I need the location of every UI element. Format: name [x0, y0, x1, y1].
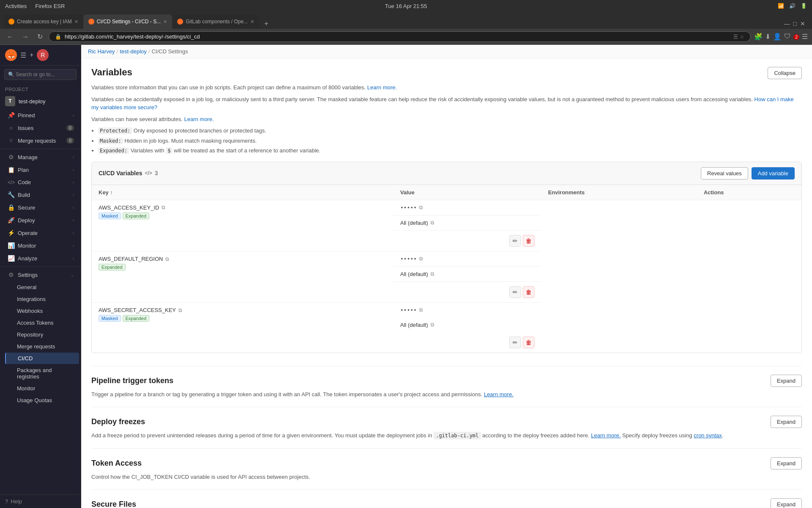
activities-label[interactable]: Activities: [5, 3, 27, 9]
sidebar-item-packages[interactable]: Packages and registries: [5, 364, 79, 382]
deploy-freezes-expand-button[interactable]: Expand: [771, 416, 802, 428]
sidebar-item-repository[interactable]: Repository: [5, 329, 79, 340]
deploy-freezes-section: Deploy freezes Expand Add a freeze perio…: [91, 407, 802, 448]
breadcrumb-ric-harvey[interactable]: Ric Harvey: [88, 48, 115, 55]
sidebar-item-monitor[interactable]: 📊 Monitor ›: [2, 240, 79, 251]
sidebar-item-secure[interactable]: 🔒 Secure ›: [2, 202, 79, 213]
pipeline-trigger-learn-more[interactable]: Learn more.: [484, 391, 513, 398]
edit-button-2[interactable]: ✏: [509, 286, 521, 298]
attr-expanded: Expanded: Variables with $ will be treat…: [98, 146, 802, 155]
browser-chrome: Create access key | IAM ✕ CI/CD Settings…: [0, 12, 812, 45]
sidebar-item-monitor-sub[interactable]: Monitor: [5, 383, 79, 394]
bookmark-icon[interactable]: ☆: [740, 34, 744, 40]
copy-key-icon-2[interactable]: ⧉: [165, 256, 169, 262]
forward-button[interactable]: →: [19, 32, 31, 41]
merge-requests-sub-label: Merge requests: [17, 343, 55, 350]
copy-env-icon-1[interactable]: ⧉: [431, 220, 434, 226]
pipeline-trigger-expand-button[interactable]: Expand: [771, 375, 802, 387]
sidebar-item-integrations[interactable]: Integrations: [5, 293, 79, 305]
sidebar-item-analyze[interactable]: 📈 Analyze ›: [2, 252, 79, 264]
secure-files-section: Secure Files Expand Use Secure Files to …: [91, 489, 802, 508]
delete-button-1[interactable]: 🗑: [523, 235, 535, 247]
notification-badge[interactable]: 2: [793, 33, 799, 41]
collapse-button[interactable]: Collapse: [768, 67, 802, 79]
gitlab-logo[interactable]: 🦊: [5, 49, 17, 61]
edit-button-3[interactable]: ✏: [509, 337, 521, 348]
sidebar-item-label-settings: Settings: [18, 272, 38, 278]
chevron-right-icon-analyze: ›: [73, 256, 74, 261]
sidebar-item-webhooks[interactable]: Webhooks: [5, 305, 79, 317]
copy-key-icon-1[interactable]: ⧉: [162, 204, 165, 210]
copy-key-icon-3[interactable]: ⧉: [178, 307, 182, 313]
new-tab-button[interactable]: +: [261, 19, 272, 29]
sidebar-item-build[interactable]: 🔧 Build ›: [2, 189, 79, 201]
env-cell-1: All (default) ⧉: [393, 215, 541, 231]
datetime: Tue 16 Apr 21:55: [385, 3, 427, 9]
copy-value-icon-2[interactable]: ⧉: [419, 256, 423, 262]
copy-value-icon-3[interactable]: ⧉: [419, 307, 423, 313]
project-header: T test-deploy: [0, 94, 81, 109]
learn-more-link-2[interactable]: Learn more.: [184, 116, 214, 122]
tab-iam[interactable]: Create access key | IAM ✕: [3, 14, 83, 29]
copy-env-icon-2[interactable]: ⧉: [431, 271, 434, 277]
copy-value-icon-1[interactable]: ⧉: [419, 204, 423, 210]
sidebar-item-merge-requests[interactable]: ⑂ Merge requests 0: [2, 135, 79, 146]
edit-button-1[interactable]: ✏: [509, 235, 521, 247]
sidebar-item-usage-quotas[interactable]: Usage Quotas: [5, 395, 79, 406]
tab-gitlab[interactable]: GitLab components / Ope... ✕: [172, 14, 259, 29]
tab-close-gitlab[interactable]: ✕: [250, 19, 254, 25]
sidebar-item-settings[interactable]: ⚙ Settings ⌄: [2, 269, 79, 281]
sidebar-item-access-tokens[interactable]: Access Tokens: [5, 317, 79, 329]
sidebar-item-cicd[interactable]: CI/CD: [5, 353, 79, 364]
refresh-button[interactable]: ↻: [35, 32, 45, 41]
sidebar-item-general[interactable]: General: [5, 282, 79, 293]
deploy-freezes-learn-more[interactable]: Learn more.: [591, 432, 620, 439]
breadcrumb-sep-2: /: [148, 48, 150, 55]
sidebar-item-code[interactable]: </> Code ›: [2, 177, 79, 188]
delete-button-3[interactable]: 🗑: [523, 337, 535, 348]
delete-button-2[interactable]: 🗑: [523, 286, 535, 298]
env-text-2: All (default): [400, 271, 428, 277]
cron-syntax-link[interactable]: cron syntax: [694, 432, 721, 439]
learn-more-link-1[interactable]: Learn more.: [367, 84, 397, 91]
profile-icon[interactable]: 👤: [773, 33, 782, 41]
sidebar-item-deploy[interactable]: 🚀 Deploy ›: [2, 214, 79, 226]
sidebar-item-issues[interactable]: ○ Issues 0: [2, 122, 79, 134]
secure-files-expand-button[interactable]: Expand: [771, 498, 802, 508]
back-button[interactable]: ←: [4, 32, 16, 41]
sidebar-item-plan[interactable]: 📋 Plan ›: [2, 164, 79, 176]
actions-cell-1: ✏ 🗑: [393, 231, 541, 251]
menu-icon[interactable]: ☰: [802, 33, 808, 41]
reader-icon[interactable]: ☰: [733, 34, 738, 40]
tab-title-gitlab: GitLab components / Ope...: [186, 19, 248, 25]
search-icon: 🔍: [8, 72, 14, 77]
sidebar-item-merge-requests-sub[interactable]: Merge requests: [5, 341, 79, 352]
shield-icon[interactable]: 🛡: [784, 33, 791, 41]
sidebar-item-pinned[interactable]: 📌 Pinned ›: [2, 109, 79, 121]
close-icon[interactable]: ✕: [800, 20, 805, 27]
copy-env-icon-3[interactable]: ⧉: [431, 322, 434, 328]
security-icon: 🔒: [55, 34, 61, 40]
sidebar-item-operate[interactable]: ⚡ Operate ›: [2, 227, 79, 239]
breadcrumb-test-deploy[interactable]: test-deploy: [120, 48, 147, 55]
repository-label: Repository: [17, 331, 43, 338]
sidebar-item-manage[interactable]: ⚙ Manage ›: [2, 151, 79, 163]
pipeline-trigger-header: Pipeline trigger tokens Expand: [91, 375, 802, 387]
tab-close-iam[interactable]: ✕: [74, 19, 78, 25]
tab-cicd[interactable]: CI/CD Settings - CI/CD - S... ✕: [83, 14, 172, 29]
minimize-icon[interactable]: —: [784, 20, 790, 27]
extensions-icon[interactable]: 🧩: [754, 33, 763, 41]
reveal-values-button[interactable]: Reveal values: [701, 167, 748, 179]
maximize-icon[interactable]: □: [793, 20, 797, 27]
download-icon[interactable]: ⬇: [765, 33, 771, 41]
search-input[interactable]: 🔍 Search or go to...: [4, 69, 77, 80]
add-variable-button[interactable]: Add variable: [752, 167, 795, 179]
sidebar-toggle[interactable]: ☰: [20, 51, 26, 59]
help-button[interactable]: ? Help: [0, 494, 81, 508]
token-access-expand-button[interactable]: Expand: [771, 457, 802, 469]
tab-close-cicd[interactable]: ✕: [163, 19, 167, 25]
new-item-btn[interactable]: +: [30, 51, 33, 59]
url-bar[interactable]: 🔒 https://gitlab.com/ric_harvey/test-dep…: [49, 31, 751, 42]
sidebar-item-label-secure: Secure: [18, 204, 35, 211]
avatar[interactable]: R: [37, 49, 49, 61]
